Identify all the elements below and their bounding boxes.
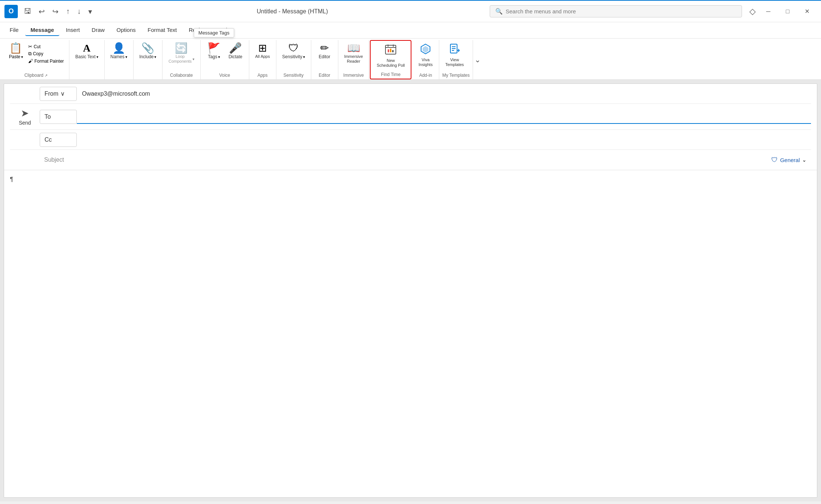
to-button[interactable]: To <box>40 110 77 124</box>
search-box[interactable]: 🔍 <box>490 5 742 17</box>
basic-text-group-label <box>72 77 101 79</box>
cut-label: Cut <box>34 44 41 49</box>
compose-header: From ∨ Owaexp3@microsoft.com ➤ Send To <box>4 84 817 170</box>
subject-label: Subject <box>40 157 77 163</box>
editor-icon: ✏ <box>320 43 329 53</box>
close-button[interactable]: ✕ <box>797 4 817 19</box>
names-label: Names <box>111 54 125 59</box>
tags-icon: 🚩 <box>207 43 220 53</box>
from-value: Owaexp3@microsoft.com <box>77 90 150 97</box>
names-button[interactable]: 👤 Names ▾ <box>108 42 130 61</box>
sensitivity-icon: 🛡 <box>288 43 299 53</box>
minimize-button[interactable]: ─ <box>759 4 778 19</box>
maximize-button[interactable]: □ <box>778 4 797 19</box>
include-label: Include <box>139 54 154 59</box>
include-group-label <box>137 77 160 79</box>
cc-button[interactable]: Cc <box>40 133 77 147</box>
view-templates-button[interactable]: View Templates <box>442 42 467 69</box>
security-badge: 🛡 General ⌄ <box>771 156 807 164</box>
search-input[interactable] <box>506 8 736 14</box>
diamond-icon: ◇ <box>749 7 756 16</box>
send-icon: ➤ <box>21 108 29 119</box>
cut-button[interactable]: ✂ Cut <box>26 43 66 50</box>
paste-icon: 📋 <box>9 43 22 53</box>
ribbon-overflow-button[interactable]: ⌄ <box>473 54 482 66</box>
tags-chevron: ▾ <box>218 55 220 59</box>
names-icon: 👤 <box>112 43 125 53</box>
basic-text-button[interactable]: A Basic Text ▾ <box>72 42 101 61</box>
dictate-label: Dictate <box>229 54 242 59</box>
redo-button[interactable]: ↪ <box>49 6 62 17</box>
search-icon: 🔍 <box>495 8 503 15</box>
new-scheduling-poll-button[interactable]: New Scheduling Poll <box>374 42 408 69</box>
names-chevron: ▾ <box>125 55 127 59</box>
menu-message[interactable]: Message <box>25 24 59 36</box>
menu-format-text[interactable]: Format Text <box>142 24 182 36</box>
security-label: General <box>780 157 800 163</box>
format-painter-icon: 🖌 <box>28 58 33 64</box>
window-title: Untitled - Message (HTML) <box>98 8 487 15</box>
loop-components-label: Loop Components <box>168 54 191 64</box>
editor-button[interactable]: ✏ Editor <box>314 42 335 61</box>
svg-rect-4 <box>388 49 389 52</box>
up-button[interactable]: ↑ <box>63 6 73 17</box>
sensitivity-group-label: Sensitivity <box>279 72 308 79</box>
find-time-label: Find Time <box>374 71 408 79</box>
scheduling-poll-icon <box>385 44 397 57</box>
sensitivity-button[interactable]: 🛡 Sensitivity ▾ <box>279 42 308 61</box>
loop-chevron: ▾ <box>193 57 194 61</box>
send-button[interactable]: ➤ Send <box>10 104 40 129</box>
ribbon-group-voice: 🚩 Tags ▾ Message Tags 🎤 Dictate Voice <box>201 40 249 79</box>
all-apps-button[interactable]: ⊞ All Apps <box>252 42 273 60</box>
clipboard-expand[interactable]: ↗ <box>45 73 47 78</box>
addin-label: Add-in <box>415 72 436 79</box>
loop-components-button[interactable]: 🔄 Loop Components ▾ <box>165 42 197 65</box>
quick-access-toolbar: 🖫 ↩ ↪ ↑ ↓ ▾ <box>21 6 95 17</box>
copy-label: Copy <box>33 51 43 56</box>
basic-text-icon: A <box>83 43 91 53</box>
immersive-reader-button[interactable]: 📖 Immersive Reader <box>341 42 366 65</box>
compose-area: From ∨ Owaexp3@microsoft.com ➤ Send To <box>0 80 821 501</box>
menu-draw[interactable]: Draw <box>86 24 110 36</box>
to-input[interactable] <box>77 110 811 124</box>
view-templates-label: View Templates <box>445 57 464 67</box>
window-controls: ─ □ ✕ <box>759 4 817 19</box>
dictate-button[interactable]: 🎤 Dictate <box>225 42 246 61</box>
ribbon-group-collaborate: 🔄 Loop Components ▾ Collaborate <box>162 40 200 79</box>
copy-button[interactable]: ⧉ Copy <box>26 50 66 57</box>
basic-text-chevron: ▾ <box>96 55 98 59</box>
from-button[interactable]: From ∨ <box>40 87 77 101</box>
save-button[interactable]: 🖫 <box>21 6 34 17</box>
viva-insights-button[interactable]: Viva Insights <box>415 42 436 69</box>
ribbon-group-names: 👤 Names ▾ <box>105 40 134 79</box>
menu-file[interactable]: File <box>4 24 24 36</box>
immersive-reader-label: Immersive Reader <box>344 54 363 64</box>
ribbon-group-my-templates: View Templates My Templates <box>439 40 473 79</box>
format-painter-button[interactable]: 🖌 Format Painter <box>26 57 66 65</box>
ribbon-group-addin: Viva Insights Add-in <box>412 40 439 79</box>
include-button[interactable]: 📎 Include ▾ <box>137 42 160 61</box>
compose-body[interactable]: ¶ <box>4 170 817 497</box>
view-templates-icon <box>449 43 460 57</box>
to-row: ➤ Send To <box>10 104 811 130</box>
menu-insert[interactable]: Insert <box>61 24 85 36</box>
more-quick-access-button[interactable]: ▾ <box>85 6 95 17</box>
cc-input[interactable] <box>77 133 811 147</box>
undo-button[interactable]: ↩ <box>36 6 48 17</box>
send-label: Send <box>19 120 31 126</box>
subject-row: Subject 🛡 General ⌄ <box>10 150 811 170</box>
paste-button[interactable]: 📋 Paste ▾ <box>6 42 26 66</box>
apps-label: Apps <box>252 72 273 79</box>
menu-options[interactable]: Options <box>111 24 141 36</box>
ribbon-group-include: 📎 Include ▾ <box>134 40 163 79</box>
cut-icon: ✂ <box>28 44 32 49</box>
tags-button[interactable]: 🚩 Tags ▾ Message Tags <box>204 42 224 61</box>
paragraph-mark: ¶ <box>10 176 13 182</box>
compose-container: From ∨ Owaexp3@microsoft.com ➤ Send To <box>4 83 817 498</box>
security-chevron[interactable]: ⌄ <box>802 157 807 163</box>
svg-rect-6 <box>392 50 394 52</box>
subject-input[interactable] <box>77 157 771 163</box>
my-templates-label: My Templates <box>442 72 470 79</box>
down-button[interactable]: ↓ <box>74 6 84 17</box>
format-painter-label: Format Painter <box>35 59 64 64</box>
